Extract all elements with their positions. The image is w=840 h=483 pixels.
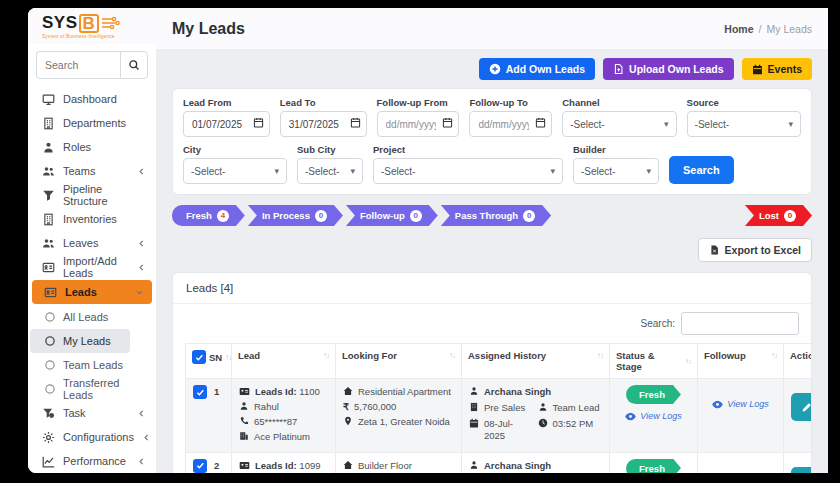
city-select[interactable]: -Select- ▾ xyxy=(183,158,287,184)
row-sn: 2 xyxy=(214,459,219,471)
home-icon xyxy=(343,460,353,470)
gear-icon xyxy=(42,431,55,444)
events-button[interactable]: Events xyxy=(742,58,812,80)
column-header-sn[interactable]: SN xyxy=(209,352,222,363)
project-select[interactable]: -Select- ▾ xyxy=(373,158,563,184)
channel-select[interactable]: -Select- ▾ xyxy=(562,111,676,137)
lead-id-value: 1100 xyxy=(299,386,319,397)
sort-icon[interactable]: ↑↓ xyxy=(225,353,231,362)
radio-circle-icon xyxy=(44,311,56,323)
topbar: My Leads Home / My Leads xyxy=(156,8,828,50)
sidebar-item-leads[interactable]: Leads xyxy=(32,280,152,304)
page-title: My Leads xyxy=(172,20,245,38)
caret-down-icon: ▾ xyxy=(274,166,279,176)
radio-circle-icon xyxy=(44,383,56,395)
brand-logo[interactable]: SYS B System of Business Intelligence xyxy=(28,8,156,44)
column-header-followup[interactable]: Followup xyxy=(704,350,746,361)
lead-to-input[interactable] xyxy=(280,111,367,137)
followup-to-input[interactable] xyxy=(469,111,552,137)
column-header-looking-for[interactable]: Looking For xyxy=(342,350,397,361)
sidebar-item-performance[interactable]: Performance xyxy=(30,449,154,473)
column-header-assigned-history[interactable]: Assigned History xyxy=(468,350,546,361)
status-badge[interactable]: Fresh xyxy=(626,459,681,474)
followup-to-label: Follow-up To xyxy=(469,97,552,108)
sidebar-item-my-leads[interactable]: My Leads xyxy=(30,329,130,353)
budget: 5,760,000 xyxy=(354,401,396,413)
builder-select[interactable]: -Select- ▾ xyxy=(573,158,659,184)
row-checkbox[interactable] xyxy=(193,385,207,399)
add-own-leads-label: Add Own Leads xyxy=(506,63,585,75)
sidebar-item-transferred-leads[interactable]: Transferred Leads xyxy=(30,377,154,401)
sidebar-item-inventories[interactable]: Inventories xyxy=(30,207,154,231)
screen-frame: SYS B System of Business Intelligence Da… xyxy=(0,0,840,483)
status-badge[interactable]: Fresh xyxy=(626,385,681,404)
eye-icon xyxy=(625,412,636,421)
followup-from-input[interactable] xyxy=(377,111,460,137)
radio-circle-icon xyxy=(44,335,56,347)
users-icon xyxy=(42,165,55,178)
status-view-logs-link[interactable]: View Logs xyxy=(625,411,681,421)
stage-pass-through[interactable]: Pass Through 0 xyxy=(441,205,551,226)
stage-fresh[interactable]: Fresh 4 xyxy=(172,205,245,226)
person-icon xyxy=(42,141,55,154)
sidebar-item-pipeline-structure[interactable]: Pipeline Structure xyxy=(30,183,154,207)
caret-down-icon: ▾ xyxy=(350,166,355,176)
followup-view-logs-link[interactable]: View Logs xyxy=(712,399,768,409)
sidebar-item-teams[interactable]: Teams xyxy=(30,159,154,183)
sidebar-item-team-leads[interactable]: Team Leads xyxy=(30,353,154,377)
sidebar-search-input[interactable] xyxy=(36,51,120,79)
select-all-checkbox[interactable] xyxy=(192,350,206,364)
sidebar-item-configurations[interactable]: Configurations xyxy=(30,425,154,449)
sidebar-item-label: Task xyxy=(63,407,86,419)
person-icon xyxy=(239,401,249,411)
breadcrumb-home-link[interactable]: Home xyxy=(724,23,753,35)
stage-label: Follow-up xyxy=(360,210,405,221)
lead-id-label: Leads Id: xyxy=(255,460,297,471)
sidebar-item-all-leads[interactable]: All Leads xyxy=(30,305,154,329)
search-button[interactable]: Search xyxy=(669,156,734,184)
followup-view-logs-link[interactable]: View Logs xyxy=(712,473,768,474)
project-label: Project xyxy=(373,144,563,155)
sub-city-select[interactable]: -Select- ▾ xyxy=(297,158,363,184)
sort-icon[interactable]: ↑↓ xyxy=(323,351,329,360)
channel-select-value: -Select- xyxy=(570,119,604,130)
calendar-icon xyxy=(469,418,479,428)
source-select[interactable]: -Select- ▾ xyxy=(687,111,801,137)
sidebar-item-leaves[interactable]: Leaves xyxy=(30,231,154,255)
pencil-icon xyxy=(801,401,812,413)
row-checkbox[interactable] xyxy=(193,459,207,473)
sidebar-search-button[interactable] xyxy=(120,51,148,79)
sidebar-item-dashboard[interactable]: Dashboard xyxy=(30,87,154,111)
sort-icon[interactable]: ↑↓ xyxy=(771,351,777,360)
column-header-actions[interactable]: Actions xyxy=(790,350,812,361)
stage-lost[interactable]: Lost 0 xyxy=(745,205,812,226)
add-own-leads-button[interactable]: Add Own Leads xyxy=(479,58,595,80)
lead-id-label: Leads Id: xyxy=(255,386,297,397)
users-icon xyxy=(42,237,55,250)
eye-icon xyxy=(712,400,723,409)
stage-count-badge: 0 xyxy=(410,210,422,222)
stage-follow-up[interactable]: Follow-up 0 xyxy=(346,205,438,226)
leads-card: Leads [4] Search: xyxy=(172,272,812,473)
stage-in-process[interactable]: In Process 0 xyxy=(248,205,343,226)
building-icon xyxy=(469,402,479,412)
sort-icon[interactable]: ↑↓ xyxy=(449,351,455,360)
lead-from-input[interactable] xyxy=(183,111,270,137)
caret-down-icon: ▾ xyxy=(646,166,651,176)
sidebar: SYS B System of Business Intelligence Da… xyxy=(28,8,156,473)
assigned-name: Archana Singh xyxy=(484,460,551,472)
sidebar-item-roles[interactable]: Roles xyxy=(30,135,154,159)
upload-own-leads-button[interactable]: Upload Own Leads xyxy=(603,58,734,80)
sort-icon[interactable]: ↑↓ xyxy=(597,351,603,360)
edit-lead-button[interactable] xyxy=(791,393,812,421)
edit-lead-button[interactable] xyxy=(791,467,812,474)
filter-panel: Lead From Lead To Fo xyxy=(172,88,812,195)
table-search-input[interactable] xyxy=(681,312,799,335)
sidebar-item-task[interactable]: Task xyxy=(30,401,154,425)
sidebar-item-departments[interactable]: Departments xyxy=(30,111,154,135)
sidebar-item-import-add-leads[interactable]: Import/Add Leads xyxy=(30,255,154,279)
export-to-excel-button[interactable]: Export to Excel xyxy=(698,238,812,262)
column-header-status-stage[interactable]: Status & Stage xyxy=(616,350,682,372)
column-header-lead[interactable]: Lead xyxy=(238,350,260,361)
sort-icon[interactable]: ↑↓ xyxy=(685,357,691,366)
